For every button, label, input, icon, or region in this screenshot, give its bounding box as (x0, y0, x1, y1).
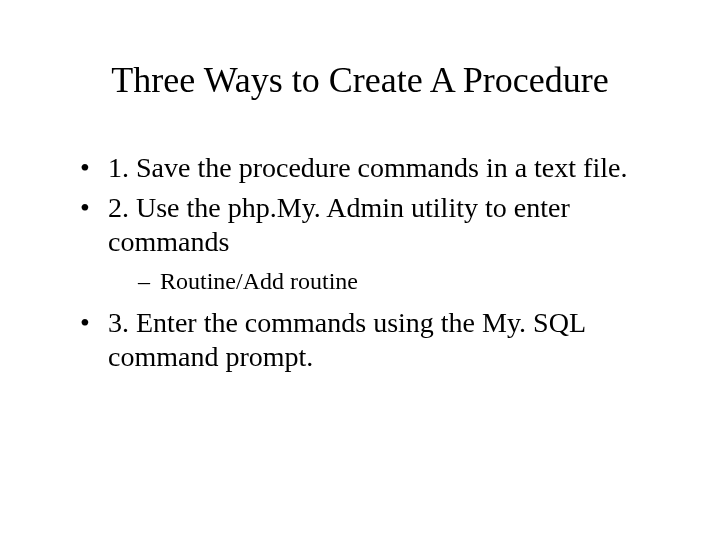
bullet-item-3: 3. Enter the commands using the My. SQL … (80, 306, 640, 373)
sub-bullet-item-1: Routine/Add routine (138, 266, 640, 296)
bullet-text: 1. Save the procedure commands in a text… (108, 152, 627, 183)
sub-bullet-list: Routine/Add routine (108, 266, 640, 296)
sub-bullet-text: Routine/Add routine (160, 268, 358, 294)
bullet-item-2: 2. Use the php.My. Admin utility to ente… (80, 191, 640, 296)
bullet-text: 3. Enter the commands using the My. SQL … (108, 307, 585, 372)
slide-title: Three Ways to Create A Procedure (60, 60, 660, 101)
slide: Three Ways to Create A Procedure 1. Save… (0, 0, 720, 540)
bullet-text: 2. Use the php.My. Admin utility to ente… (108, 192, 570, 257)
bullet-list: 1. Save the procedure commands in a text… (60, 151, 660, 373)
bullet-item-1: 1. Save the procedure commands in a text… (80, 151, 640, 185)
